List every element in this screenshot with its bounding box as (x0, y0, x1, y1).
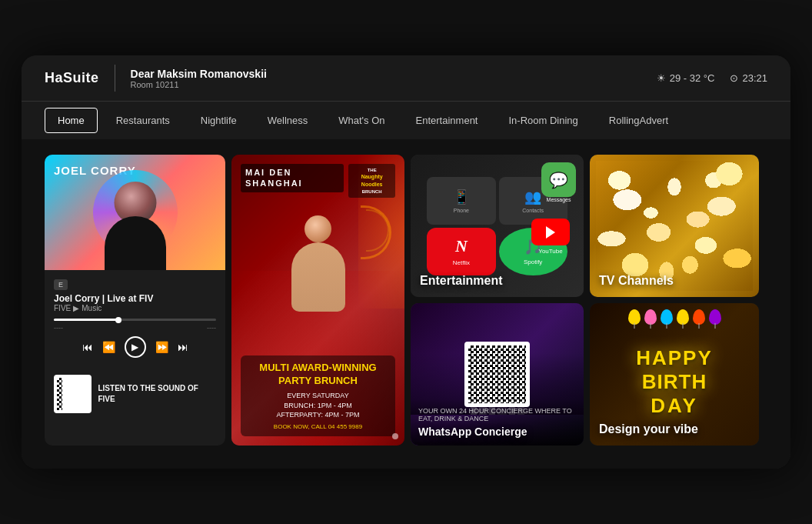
weather-text: 29 - 32 °C (670, 72, 715, 84)
spotify-label: Spotify (524, 259, 542, 265)
album-art: JOEL CORRY (45, 155, 225, 270)
music-qr-code (54, 375, 92, 413)
time-display: ⊙ 23:21 (730, 72, 767, 84)
promo-card[interactable]: MAI DEN SHANGHAI THE Naughty Noodles BRU… (231, 155, 404, 446)
nav-item-nightlife[interactable]: Nightlife (185, 105, 252, 135)
nav-item-home[interactable]: Home (45, 108, 98, 133)
netflix-label: Netflix (453, 259, 470, 266)
play-button[interactable]: ▶ (125, 336, 146, 358)
progress-fill (54, 319, 118, 321)
cards-grid: JOEL CORRY E Joel Corry | Live at FIV FI… (45, 155, 767, 446)
progress-dot (115, 317, 121, 323)
navigation: Home Restaurants Nightlife Wellness What… (22, 102, 790, 139)
time-text: 23:21 (742, 72, 767, 84)
header-user: Dear Maksim Romanovskii Room 10211 (131, 68, 267, 89)
promo-content: MAI DEN SHANGHAI THE Naughty Noodles BRU… (231, 155, 404, 446)
whatsapp-label: WhatsApp Concierge (418, 426, 576, 438)
music-subtitle: FIVE ▶ Music (54, 304, 216, 312)
vibe-label: Design your vibe (599, 422, 698, 436)
netflix-app[interactable]: N Netflix (427, 228, 495, 275)
entertainment-label: Entertainment (420, 274, 503, 288)
nav-item-wellness[interactable]: Wellness (252, 105, 324, 135)
progress-bar[interactable] (54, 319, 216, 321)
youtube-label: YouTube (531, 248, 570, 255)
birthday-text: HAPPY BIRTH DAY (636, 346, 713, 418)
nav-item-rolling[interactable]: RollingAdvert (594, 105, 684, 135)
music-qr-section: LISTEN TO THE SOUND OF FIVE (45, 369, 225, 419)
entertainment-card[interactable]: 📱 Phone 👥 Contacts N Netflix 🎵 (411, 155, 584, 297)
skip-forward-button[interactable]: ⏭ (178, 341, 188, 353)
youtube-play-icon (546, 226, 555, 239)
message-icon-app: 💬 Messages (541, 162, 576, 202)
user-name: Dear Maksim Romanovskii (131, 68, 267, 80)
promo-text-section: MULTI AWARD-WINNING PARTY BRUNCH EVERY S… (241, 355, 395, 436)
noodles-logo: THE Naughty Noodles BRUNCH (348, 164, 395, 198)
music-card[interactable]: JOEL CORRY E Joel Corry | Live at FIV FI… (45, 155, 225, 446)
carousel-indicator (392, 433, 398, 439)
promo-bg: MAI DEN SHANGHAI THE Naughty Noodles BRU… (231, 155, 404, 446)
artist-silhouette (97, 178, 174, 270)
whatsapp-sublabel: YOUR OWN 24 HOUR CONCIERGE WHERE TO EAT,… (418, 407, 576, 422)
youtube-app[interactable]: YouTube (531, 219, 570, 255)
balloons-decoration (590, 309, 759, 325)
nav-item-dining[interactable]: In-Room Dining (493, 105, 593, 135)
nav-item-entertainment[interactable]: Entertainment (401, 105, 494, 135)
phone-icon: 📱 Phone (427, 177, 495, 225)
tv-label: TV Channels (599, 274, 674, 288)
time-row: ---- ---- (54, 324, 216, 332)
header-divider (115, 65, 115, 92)
promo-main-title: MULTI AWARD-WINNING PARTY BRUNCH (247, 362, 389, 388)
music-info: E Joel Corry | Live at FIV FIVE ▶ Music … (45, 270, 225, 369)
device-frame: HaSuite Dear Maksim Romanovskii Room 102… (22, 55, 790, 469)
whatsapp-card[interactable]: YOUR OWN 24 HOUR CONCIERGE WHERE TO EAT,… (411, 303, 584, 446)
promo-cta: BOOK NOW, CALL 04 455 9989 (247, 423, 389, 430)
weather-icon: ☀ (657, 72, 666, 84)
weather-display: ☀ 29 - 32 °C (657, 72, 715, 84)
nav-item-restaurants[interactable]: Restaurants (101, 105, 185, 135)
rewind-button[interactable]: ⏪ (102, 341, 115, 353)
listen-label: LISTEN TO THE SOUND OF FIVE (98, 383, 216, 405)
woman-silhouette (288, 215, 349, 339)
promo-subtitle: EVERY SATURDAY BRUNCH: 1PM - 4PM AFTERPA… (247, 391, 389, 420)
clock-icon: ⊙ (730, 72, 738, 84)
promo-logos: MAI DEN SHANGHAI THE Naughty Noodles BRU… (241, 164, 395, 198)
vibe-card[interactable]: HAPPY BIRTH DAY Design your vibe (590, 303, 759, 446)
whatsapp-qr-code (464, 342, 530, 407)
main-content: JOEL CORRY E Joel Corry | Live at FIV FI… (22, 139, 790, 469)
music-title: Joel Corry | Live at FIV (54, 293, 216, 304)
skip-back-button[interactable]: ⏮ (82, 341, 93, 353)
fast-forward-button[interactable]: ⏩ (155, 341, 168, 353)
tv-card[interactable]: TV Channels (590, 155, 759, 297)
music-badge: E (54, 279, 68, 290)
playback-controls: ⏮ ⏪ ▶ ⏩ ⏭ (54, 336, 216, 358)
header: HaSuite Dear Maksim Romanovskii Room 102… (22, 55, 790, 102)
app-logo: HaSuite (45, 70, 99, 86)
nav-item-whatson[interactable]: What's On (323, 105, 400, 135)
maiden-logo: MAI DEN SHANGHAI (241, 164, 344, 192)
header-right: ☀ 29 - 32 °C ⊙ 23:21 (657, 72, 767, 84)
woman-area (241, 198, 395, 355)
room-number: Room 10211 (131, 80, 267, 89)
